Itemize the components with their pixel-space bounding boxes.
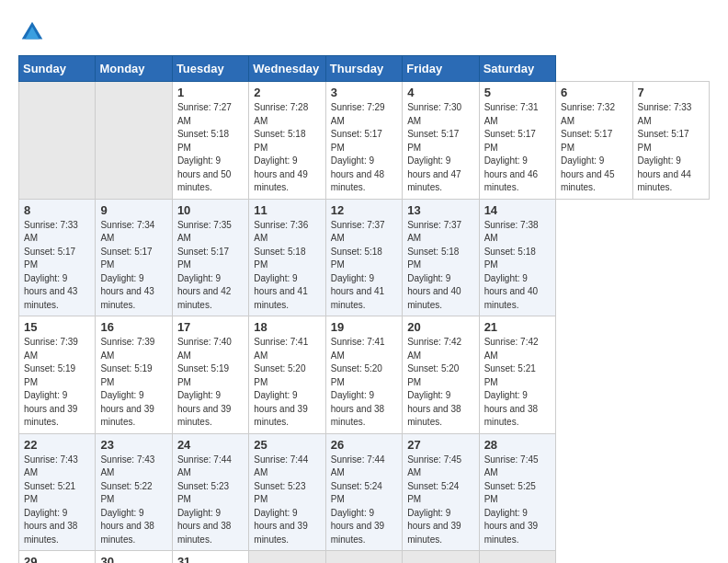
calendar-cell: [479, 551, 555, 564]
calendar-cell: [96, 82, 172, 200]
calendar-cell: 3Sunrise: 7:29 AMSunset: 5:17 PMDaylight…: [325, 82, 402, 200]
calendar-cell: 17Sunrise: 7:40 AMSunset: 5:19 PMDayligh…: [172, 316, 248, 434]
day-info: Sunrise: 7:27 AMSunset: 5:18 PMDaylight:…: [177, 101, 244, 195]
day-info: Sunrise: 7:33 AMSunset: 5:17 PMDaylight:…: [638, 101, 705, 195]
header: [18, 18, 710, 46]
day-info: Sunrise: 7:42 AMSunset: 5:21 PMDaylight:…: [484, 336, 551, 430]
calendar-cell: 9Sunrise: 7:34 AMSunset: 5:17 PMDaylight…: [96, 199, 172, 316]
day-info: Sunrise: 7:45 AMSunset: 5:24 PMDaylight:…: [407, 454, 473, 547]
day-number: 26: [331, 438, 397, 452]
day-number: 5: [484, 86, 551, 99]
dow-header-thursday: Thursday: [325, 56, 402, 82]
calendar-cell: 11Sunrise: 7:36 AMSunset: 5:18 PMDayligh…: [249, 199, 325, 316]
day-number: 17: [177, 320, 244, 334]
day-info: Sunrise: 7:42 AMSunset: 5:20 PMDaylight:…: [407, 336, 473, 430]
day-info: Sunrise: 7:36 AMSunset: 5:18 PMDaylight:…: [254, 219, 320, 313]
day-info: Sunrise: 7:34 AMSunset: 5:17 PMDaylight:…: [100, 219, 166, 313]
calendar-cell: 22Sunrise: 7:43 AMSunset: 5:21 PMDayligh…: [19, 433, 96, 551]
day-number: 1: [177, 86, 244, 99]
day-info: Sunrise: 7:41 AMSunset: 5:20 PMDaylight:…: [254, 336, 320, 430]
day-info: Sunrise: 7:43 AMSunset: 5:21 PMDaylight:…: [24, 454, 90, 547]
calendar-cell: 30Sunrise: 7:46 AMSunset: 5:26 PMDayligh…: [96, 551, 172, 564]
calendar-cell: 5Sunrise: 7:31 AMSunset: 5:17 PMDaylight…: [479, 82, 555, 200]
calendar-cell: 21Sunrise: 7:42 AMSunset: 5:21 PMDayligh…: [479, 316, 555, 434]
day-number: 14: [484, 203, 551, 217]
day-number: 9: [100, 203, 166, 217]
calendar-cell: 28Sunrise: 7:45 AMSunset: 5:25 PMDayligh…: [479, 433, 555, 551]
calendar-cell: 7Sunrise: 7:33 AMSunset: 5:17 PMDaylight…: [632, 82, 710, 200]
dow-header-friday: Friday: [403, 56, 479, 82]
day-number: 2: [254, 86, 320, 99]
day-number: 13: [407, 203, 473, 217]
calendar-cell: 8Sunrise: 7:33 AMSunset: 5:17 PMDaylight…: [19, 199, 96, 316]
day-number: 21: [484, 320, 551, 334]
dow-header-sunday: Sunday: [19, 56, 96, 82]
day-info: Sunrise: 7:44 AMSunset: 5:23 PMDaylight:…: [254, 454, 320, 547]
day-number: 7: [638, 86, 705, 99]
day-number: 20: [407, 320, 473, 334]
day-number: 16: [100, 320, 166, 334]
day-number: 30: [100, 555, 166, 563]
day-number: 19: [331, 320, 397, 334]
calendar-cell: 23Sunrise: 7:43 AMSunset: 5:22 PMDayligh…: [96, 433, 172, 551]
day-number: 12: [331, 203, 397, 217]
day-number: 15: [24, 320, 90, 334]
calendar-cell: 10Sunrise: 7:35 AMSunset: 5:17 PMDayligh…: [172, 199, 248, 316]
day-info: Sunrise: 7:33 AMSunset: 5:17 PMDaylight:…: [24, 219, 90, 313]
day-info: Sunrise: 7:37 AMSunset: 5:18 PMDaylight:…: [331, 219, 397, 313]
dow-header-saturday: Saturday: [479, 56, 555, 82]
day-number: 27: [407, 438, 473, 452]
calendar-cell: 18Sunrise: 7:41 AMSunset: 5:20 PMDayligh…: [249, 316, 325, 434]
day-info: Sunrise: 7:40 AMSunset: 5:19 PMDaylight:…: [177, 336, 244, 430]
day-number: 8: [24, 203, 90, 217]
day-info: Sunrise: 7:38 AMSunset: 5:18 PMDaylight:…: [484, 219, 551, 313]
day-number: 3: [331, 86, 397, 99]
dow-header-monday: Monday: [96, 56, 172, 82]
calendar-cell: [249, 551, 325, 564]
calendar-cell: 16Sunrise: 7:39 AMSunset: 5:19 PMDayligh…: [96, 316, 172, 434]
calendar-cell: 19Sunrise: 7:41 AMSunset: 5:20 PMDayligh…: [325, 316, 402, 434]
calendar-cell: 6Sunrise: 7:32 AMSunset: 5:17 PMDaylight…: [556, 82, 632, 200]
day-number: 22: [24, 438, 90, 452]
calendar-cell: 27Sunrise: 7:45 AMSunset: 5:24 PMDayligh…: [403, 433, 479, 551]
calendar-cell: 1Sunrise: 7:27 AMSunset: 5:18 PMDaylight…: [172, 82, 248, 200]
calendar-cell: 20Sunrise: 7:42 AMSunset: 5:20 PMDayligh…: [403, 316, 479, 434]
day-number: 24: [177, 438, 244, 452]
calendar-cell: 4Sunrise: 7:30 AMSunset: 5:17 PMDaylight…: [403, 82, 479, 200]
day-number: 6: [561, 86, 627, 99]
calendar-cell: 29Sunrise: 7:45 AMSunset: 5:26 PMDayligh…: [19, 551, 96, 564]
day-number: 18: [254, 320, 320, 334]
day-number: 28: [484, 438, 551, 452]
calendar-cell: 26Sunrise: 7:44 AMSunset: 5:24 PMDayligh…: [325, 433, 402, 551]
logo: [18, 18, 50, 46]
day-info: Sunrise: 7:35 AMSunset: 5:17 PMDaylight:…: [177, 219, 244, 313]
day-number: 4: [407, 86, 473, 99]
calendar-cell: 2Sunrise: 7:28 AMSunset: 5:18 PMDaylight…: [249, 82, 325, 200]
day-info: Sunrise: 7:31 AMSunset: 5:17 PMDaylight:…: [484, 101, 551, 195]
day-info: Sunrise: 7:30 AMSunset: 5:17 PMDaylight:…: [407, 101, 473, 195]
calendar-cell: [19, 82, 96, 200]
calendar-cell: 24Sunrise: 7:44 AMSunset: 5:23 PMDayligh…: [172, 433, 248, 551]
day-info: Sunrise: 7:37 AMSunset: 5:18 PMDaylight:…: [407, 219, 473, 313]
day-number: 25: [254, 438, 320, 452]
day-number: 29: [24, 555, 90, 563]
day-info: Sunrise: 7:39 AMSunset: 5:19 PMDaylight:…: [100, 336, 166, 430]
day-number: 10: [177, 203, 244, 217]
calendar-cell: 14Sunrise: 7:38 AMSunset: 5:18 PMDayligh…: [479, 199, 555, 316]
logo-icon: [18, 18, 46, 46]
calendar-table: SundayMondayTuesdayWednesdayThursdayFrid…: [18, 55, 710, 563]
day-info: Sunrise: 7:39 AMSunset: 5:19 PMDaylight:…: [24, 336, 90, 430]
calendar-cell: [403, 551, 479, 564]
dow-header-wednesday: Wednesday: [249, 56, 325, 82]
calendar-cell: [325, 551, 402, 564]
calendar-cell: 15Sunrise: 7:39 AMSunset: 5:19 PMDayligh…: [19, 316, 96, 434]
calendar-cell: 25Sunrise: 7:44 AMSunset: 5:23 PMDayligh…: [249, 433, 325, 551]
day-info: Sunrise: 7:45 AMSunset: 5:25 PMDaylight:…: [484, 454, 551, 547]
calendar-cell: 12Sunrise: 7:37 AMSunset: 5:18 PMDayligh…: [325, 199, 402, 316]
calendar-cell: 13Sunrise: 7:37 AMSunset: 5:18 PMDayligh…: [403, 199, 479, 316]
day-number: 23: [100, 438, 166, 452]
calendar-cell: 31Sunrise: 7:46 AMSunset: 5:27 PMDayligh…: [172, 551, 248, 564]
day-info: Sunrise: 7:29 AMSunset: 5:17 PMDaylight:…: [331, 101, 397, 195]
day-info: Sunrise: 7:44 AMSunset: 5:24 PMDaylight:…: [331, 454, 397, 547]
day-info: Sunrise: 7:41 AMSunset: 5:20 PMDaylight:…: [331, 336, 397, 430]
